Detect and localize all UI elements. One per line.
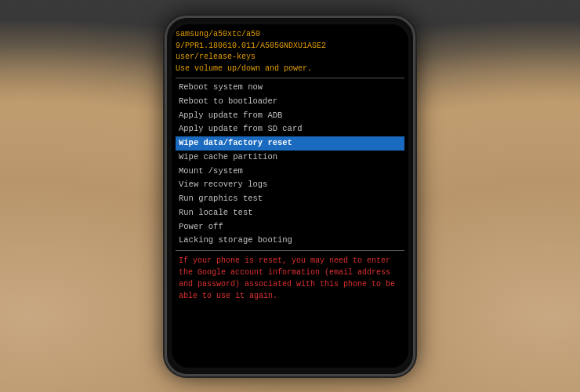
phone: samsung/a50xtc/a50 9/PPR1.180610.011/A50…: [165, 16, 415, 376]
menu-item-apply-adb[interactable]: Apply update from ADB: [176, 109, 404, 123]
header-line-2: 9/PPR1.180610.011/A505GNDXU1ASE2: [176, 41, 404, 53]
phone-screen-border: samsung/a50xtc/a50 9/PPR1.180610.011/A50…: [172, 24, 408, 368]
menu-item-wipe-data[interactable]: Wipe data/factory reset: [176, 136, 404, 151]
header-line-3: user/release-keys: [176, 52, 404, 64]
menu-item-reboot-system[interactable]: Reboot system now: [176, 81, 404, 95]
menu-section: Reboot system now Reboot to bootloader A…: [176, 81, 404, 248]
menu-item-lacking-storage[interactable]: Lacking storage booting: [176, 234, 404, 248]
menu-item-run-locale[interactable]: Run locale test: [176, 206, 404, 220]
menu-item-power-off[interactable]: Power off: [176, 220, 404, 234]
volume-down-button: [165, 108, 166, 136]
menu-item-view-logs[interactable]: View recovery logs: [176, 178, 404, 192]
menu-item-run-graphics[interactable]: Run graphics test: [176, 192, 404, 206]
menu-item-wipe-cache[interactable]: Wipe cache partition: [176, 151, 404, 165]
divider-top: [176, 78, 404, 78]
power-button: [414, 81, 415, 120]
header-section: samsung/a50xtc/a50 9/PPR1.180610.011/A50…: [176, 29, 404, 74]
header-line-4: Use volume up/down and power.: [176, 64, 404, 75]
volume-up-button: [165, 73, 166, 100]
header-line-1: samsung/a50xtc/a50: [176, 29, 404, 41]
divider-bottom: [176, 250, 404, 251]
warning-text: If your phone is reset, you may need to …: [179, 255, 401, 302]
menu-item-reboot-bootloader[interactable]: Reboot to bootloader: [176, 95, 404, 109]
menu-item-mount-system[interactable]: Mount /system: [176, 165, 404, 179]
recovery-screen: samsung/a50xtc/a50 9/PPR1.180610.011/A50…: [172, 24, 408, 368]
menu-item-apply-sd[interactable]: Apply update from SD card: [176, 122, 404, 136]
warning-section: If your phone is reset, you may need to …: [176, 253, 404, 303]
scene: samsung/a50xtc/a50 9/PPR1.180610.011/A50…: [0, 0, 580, 392]
